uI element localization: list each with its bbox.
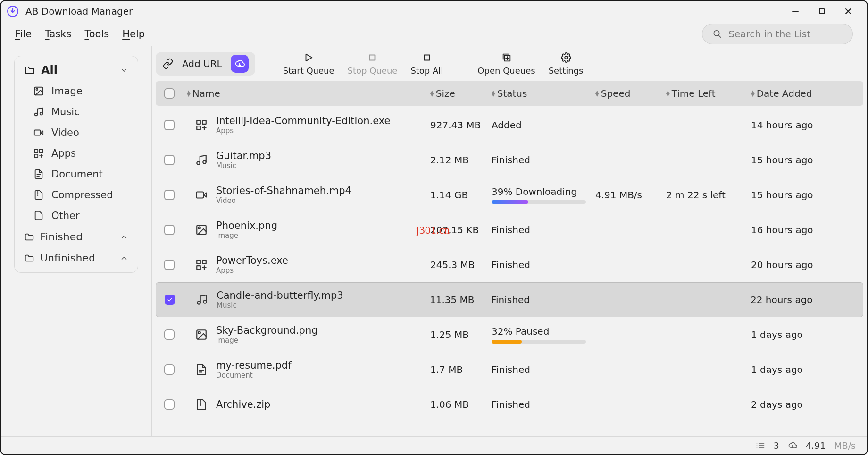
svg-rect-24 bbox=[202, 260, 206, 264]
search-field[interactable] bbox=[702, 24, 853, 44]
row-checkbox[interactable] bbox=[164, 155, 175, 165]
sidebar-item-music[interactable]: Music bbox=[15, 101, 138, 122]
table-row[interactable]: my-resume.pdfDocument1.7 MBFinished1 day… bbox=[156, 352, 863, 387]
svg-point-27 bbox=[203, 300, 207, 303]
column-speed[interactable]: ▲▼Speed bbox=[595, 88, 666, 99]
sidebar-item-other[interactable]: Other bbox=[15, 205, 138, 226]
row-checkbox[interactable] bbox=[164, 364, 175, 375]
music-icon bbox=[195, 154, 208, 166]
table-row[interactable]: Guitar.mp3Music2.12 MBFinished15 hours a… bbox=[156, 143, 863, 177]
row-filename: Phoenix.png bbox=[216, 220, 277, 231]
row-checkbox[interactable] bbox=[164, 399, 175, 410]
row-size: 927.43 MB bbox=[430, 119, 492, 131]
sidebar-all[interactable]: All bbox=[15, 60, 138, 81]
table-row[interactable]: PowerToys.exeApps245.3 MBFinished20 hour… bbox=[156, 247, 863, 282]
table-row[interactable]: Sky-Background.pngImage1.25 MB32% Paused… bbox=[156, 317, 863, 352]
chevron-up-icon bbox=[120, 254, 128, 262]
row-date-added: 20 hours ago bbox=[751, 259, 855, 270]
folder-icon bbox=[24, 253, 34, 263]
row-filename: Stories-of-Shahnameh.mp4 bbox=[216, 185, 351, 196]
menu-help[interactable]: Help bbox=[122, 28, 145, 40]
svg-point-26 bbox=[197, 301, 200, 304]
svg-rect-23 bbox=[197, 260, 200, 264]
column-date-added[interactable]: ▲▼Date Added bbox=[751, 88, 855, 99]
compressed-icon bbox=[33, 190, 44, 200]
row-checkbox[interactable] bbox=[164, 190, 175, 200]
titlebar: AB Download Manager bbox=[1, 1, 867, 22]
settings-button[interactable]: Settings bbox=[542, 52, 590, 76]
open-queues-button[interactable]: Open Queues bbox=[471, 52, 542, 76]
menu-file[interactable]: File bbox=[15, 28, 32, 40]
svg-point-4 bbox=[36, 89, 38, 91]
row-status: Finished bbox=[491, 294, 530, 305]
chevron-down-icon bbox=[120, 66, 128, 75]
sidebar-item-compressed[interactable]: Compressed bbox=[15, 185, 138, 205]
row-category: Music bbox=[217, 301, 343, 310]
start-queue-button[interactable]: Start Queue bbox=[276, 52, 341, 76]
row-size: 11.35 MB bbox=[430, 294, 491, 305]
svg-point-2 bbox=[714, 30, 719, 35]
column-name[interactable]: ▲▼Name bbox=[187, 88, 430, 99]
row-checkbox[interactable] bbox=[164, 329, 175, 340]
svg-rect-10 bbox=[35, 154, 38, 157]
row-filename: Archive.zip bbox=[216, 399, 270, 410]
row-size: 207.15 KB bbox=[430, 224, 492, 236]
sidebar-item-document[interactable]: Document bbox=[15, 164, 138, 185]
maximize-button[interactable] bbox=[809, 2, 835, 21]
minimize-button[interactable] bbox=[782, 2, 809, 21]
add-url-button[interactable]: Add URL bbox=[156, 52, 255, 76]
column-size[interactable]: ▲▼Size bbox=[430, 88, 492, 99]
search-icon bbox=[713, 29, 722, 39]
toolbar: Add URL Start Queue Stop Queue Stop All … bbox=[152, 51, 867, 81]
svg-rect-1 bbox=[819, 9, 824, 14]
sidebar-finished[interactable]: Finished bbox=[15, 226, 138, 247]
row-filename: Sky-Background.png bbox=[216, 325, 318, 336]
row-checkbox[interactable] bbox=[164, 120, 175, 130]
video-icon bbox=[195, 189, 208, 201]
row-status: Finished bbox=[492, 364, 530, 375]
stop-all-button[interactable]: Stop All bbox=[404, 52, 450, 76]
sidebar-item-video[interactable]: Video bbox=[15, 122, 138, 143]
row-category: Document bbox=[216, 371, 292, 379]
row-checkbox[interactable] bbox=[164, 225, 175, 235]
cloud-download-icon bbox=[231, 55, 249, 73]
stop-icon bbox=[367, 52, 377, 63]
music-icon bbox=[196, 294, 208, 306]
row-date-added: 16 hours ago bbox=[751, 224, 855, 236]
document-icon bbox=[33, 169, 44, 179]
app-logo-icon bbox=[7, 5, 19, 17]
sidebar-item-apps[interactable]: Apps bbox=[15, 143, 138, 164]
menu-tasks[interactable]: Tasks bbox=[45, 28, 71, 40]
table-row[interactable]: Stories-of-Shahnameh.mp4Video1.14 GB39% … bbox=[156, 177, 863, 212]
row-checkbox[interactable] bbox=[165, 295, 175, 305]
select-all-checkbox[interactable] bbox=[164, 88, 175, 99]
row-size: 245.3 MB bbox=[430, 259, 492, 270]
table-row[interactable]: IntelliJ-Idea-Community-Edition.exeApps9… bbox=[156, 108, 863, 143]
table-row[interactable]: Candle-and-butterfly.mp3Music11.35 MBFin… bbox=[156, 282, 863, 317]
progress-bar bbox=[492, 340, 586, 344]
sidebar-all-label: All bbox=[41, 64, 58, 77]
download-speed-icon bbox=[788, 441, 797, 450]
sidebar-item-image[interactable]: Image bbox=[15, 81, 138, 101]
menu-tools[interactable]: Tools bbox=[84, 28, 109, 40]
stop-queue-button[interactable]: Stop Queue bbox=[341, 52, 404, 76]
column-time-left[interactable]: ▲▼Time Left bbox=[666, 88, 751, 99]
table-row[interactable]: Phoenix.pngImage207.15 KBFinished16 hour… bbox=[156, 212, 863, 247]
column-status[interactable]: ▲▼Status bbox=[492, 88, 595, 99]
row-filename: Guitar.mp3 bbox=[216, 150, 271, 161]
stop-icon bbox=[422, 52, 432, 63]
table-row[interactable]: Archive.zip1.06 MBFinished2 days ago bbox=[156, 387, 863, 422]
main-panel: Add URL Start Queue Stop Queue Stop All … bbox=[152, 46, 867, 436]
row-date-added: 14 hours ago bbox=[751, 119, 855, 131]
row-checkbox[interactable] bbox=[164, 260, 175, 270]
row-filename: PowerToys.exe bbox=[216, 255, 288, 266]
row-date-added: 2 days ago bbox=[751, 399, 855, 410]
close-button[interactable] bbox=[835, 2, 861, 21]
progress-bar bbox=[492, 200, 586, 204]
sidebar-unfinished[interactable]: Unfinished bbox=[15, 247, 138, 269]
row-status: Added bbox=[492, 119, 522, 131]
folder-icon bbox=[24, 65, 35, 76]
file-icon bbox=[33, 211, 44, 221]
row-date-added: 15 hours ago bbox=[751, 189, 855, 201]
search-input[interactable] bbox=[728, 28, 842, 40]
